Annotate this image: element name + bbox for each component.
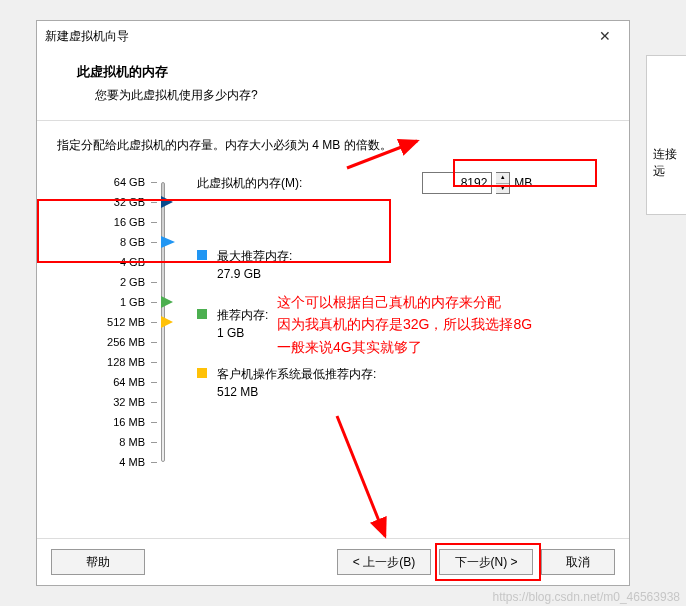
watermark: https://blog.csdn.net/m0_46563938 — [493, 590, 680, 604]
instruction-text: 指定分配给此虚拟机的内存量。内存大小必须为 4 MB 的倍数。 — [57, 137, 617, 154]
tick: 16 MB — [57, 412, 157, 432]
tick: 32 MB — [57, 392, 157, 412]
tick: 512 MB — [57, 312, 157, 332]
tick: 64 MB — [57, 372, 157, 392]
min-recommend-label: 客户机操作系统最低推荐内存: — [217, 366, 376, 383]
tick: 256 MB — [57, 332, 157, 352]
tick: 128 MB — [57, 352, 157, 372]
tick: 64 GB — [57, 172, 157, 192]
info-column: 此虚拟机的内存(M): ▲ ▼ MB 最大推荐内存: — [197, 172, 617, 472]
max-recommend-value: 27.9 GB — [217, 267, 292, 281]
wizard-header: 此虚拟机的内存 您要为此虚拟机使用多少内存? — [37, 51, 629, 121]
memory-area: 64 GB 32 GB 16 GB 8 GB 4 GB 2 GB 1 GB 51… — [57, 172, 617, 472]
spinner-down-icon[interactable]: ▼ — [496, 184, 509, 194]
cancel-button[interactable]: 取消 — [541, 549, 615, 575]
tick: 8 GB — [57, 232, 157, 252]
recommend-label: 推荐内存: — [217, 307, 268, 324]
tick: 1 GB — [57, 292, 157, 312]
memory-unit: MB — [514, 176, 532, 190]
tick: 8 MB — [57, 432, 157, 452]
back-button[interactable]: < 上一步(B) — [337, 549, 431, 575]
tick: 4 GB — [57, 252, 157, 272]
close-button[interactable]: ✕ — [589, 28, 621, 44]
square-blue-icon — [197, 250, 207, 260]
memory-spinner[interactable]: ▲ ▼ — [496, 172, 510, 194]
titlebar: 新建虚拟机向导 ✕ — [37, 21, 629, 51]
tick: 32 GB — [57, 192, 157, 212]
marker-minimum-icon — [161, 316, 173, 328]
header-subtitle: 您要为此虚拟机使用多少内存? — [77, 87, 605, 104]
memory-label: 此虚拟机的内存(M): — [197, 175, 302, 192]
wizard-footer: 帮助 < 上一步(B) 下一步(N) > 取消 — [37, 538, 629, 585]
header-title: 此虚拟机的内存 — [77, 63, 605, 81]
next-button[interactable]: 下一步(N) > — [439, 549, 533, 575]
side-fragment: 连接远 — [646, 55, 686, 215]
tick: 4 MB — [57, 452, 157, 472]
max-recommend-label: 最大推荐内存: — [217, 248, 292, 265]
help-button[interactable]: 帮助 — [51, 549, 145, 575]
marker-selected-icon[interactable] — [161, 236, 175, 248]
side-text: 连接远 — [653, 147, 677, 178]
wizard-dialog: 新建虚拟机向导 ✕ 此虚拟机的内存 您要为此虚拟机使用多少内存? 指定分配给此虚… — [36, 20, 630, 586]
spinner-up-icon[interactable]: ▲ — [496, 173, 509, 184]
square-yellow-icon — [197, 368, 207, 378]
window-title: 新建虚拟机向导 — [45, 28, 589, 45]
tick: 2 GB — [57, 272, 157, 292]
wizard-body: 指定分配给此虚拟机的内存量。内存大小必须为 4 MB 的倍数。 64 GB 32… — [37, 121, 629, 538]
marker-column — [157, 172, 197, 472]
marker-32gb-icon — [161, 196, 173, 208]
tick: 16 GB — [57, 212, 157, 232]
memory-input[interactable] — [422, 172, 492, 194]
min-recommend-value: 512 MB — [217, 385, 376, 399]
recommend-value: 1 GB — [217, 326, 268, 340]
marker-recommended-icon — [161, 296, 173, 308]
memory-scale: 64 GB 32 GB 16 GB 8 GB 4 GB 2 GB 1 GB 51… — [57, 172, 157, 472]
square-green-icon — [197, 309, 207, 319]
